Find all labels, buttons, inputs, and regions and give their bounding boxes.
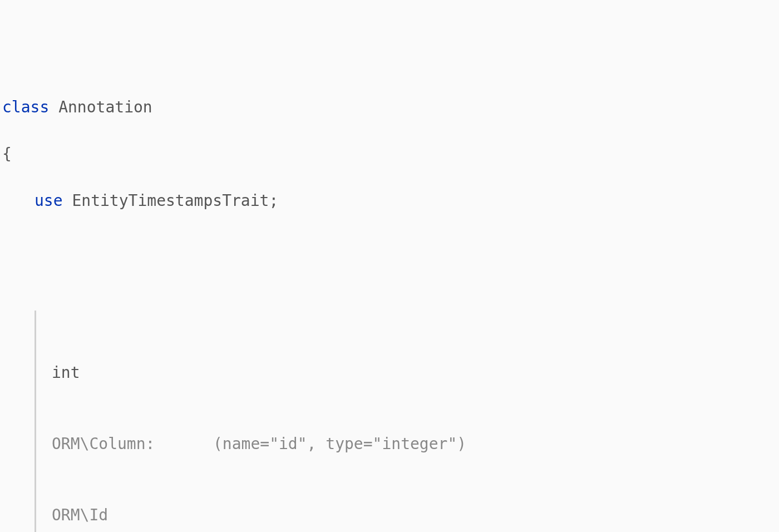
keyword-class: class [2, 96, 49, 119]
info-column-line: ORM\Column:(name="id", type="integer") [52, 432, 779, 456]
info-column-label: ORM\Column: [52, 432, 213, 456]
semicolon: ; [269, 189, 278, 213]
info-column-value: (name="id", type="integer") [213, 432, 466, 456]
keyword-use: use [34, 189, 63, 213]
info-id-line: ORM\Id [52, 503, 779, 528]
class-name: Annotation [58, 96, 152, 119]
code-line-class-decl[interactable]: class Annotation [0, 96, 779, 119]
code-line-brace-open[interactable]: { [0, 142, 779, 166]
code-line-use-trait[interactable]: use EntityTimestampsTrait; [0, 189, 779, 213]
info-type-line: int [52, 361, 779, 385]
trait-name: EntityTimestampsTrait [72, 189, 269, 213]
quick-doc-block: int ORM\Column:(name="id", type="integer… [34, 311, 779, 532]
code-line-blank[interactable] [0, 236, 779, 259]
info-id-label: ORM\Id [52, 504, 213, 527]
info-type: int [52, 361, 80, 385]
brace-open: { [2, 142, 12, 166]
